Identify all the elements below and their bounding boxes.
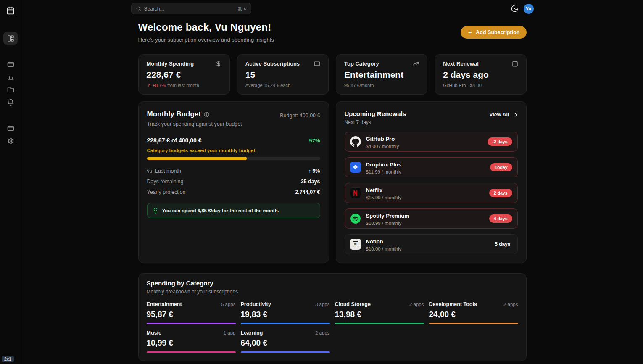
budget-progress-fill: [147, 157, 247, 160]
grid-size-badge: 2x1: [2, 356, 14, 362]
category-cell-development-tools: Development Tools2 apps 24,00 €: [429, 301, 518, 324]
budget-tip-banner: You can spend 6,85 €/day for the rest of…: [147, 203, 320, 218]
renewal-item-github-pro[interactable]: GitHub Pro $4.00 / monthly -2 days: [345, 132, 518, 152]
stat-value: Entertainment: [344, 70, 419, 80]
budget-percent: 57%: [309, 137, 320, 144]
renewal-price: $10.99 / monthly: [366, 221, 484, 226]
sidebar-item-dashboard[interactable]: [3, 32, 18, 45]
dashboard-icon: [7, 35, 14, 42]
renewal-name: Notion: [366, 238, 383, 245]
renewal-price: $10.00 / monthly: [366, 246, 485, 251]
bell-icon: [7, 99, 14, 106]
renewal-badge: Today: [490, 163, 512, 171]
topbar-actions: Vu: [511, 4, 534, 14]
sidebar-item-billing[interactable]: [3, 122, 18, 134]
monthly-budget-card: Monthly Budget Track your spending again…: [138, 101, 329, 263]
renewals-list: GitHub Pro $4.00 / monthly -2 days ❖ Dro…: [345, 132, 518, 254]
category-cell-music: Music1 app 10,99 €: [147, 330, 236, 353]
stat-subtext: 95,87 €/month: [344, 83, 419, 88]
credit-card-icon: [7, 61, 14, 68]
renewal-item-notion[interactable]: N Notion $10.00 / monthly 5 days: [345, 234, 518, 254]
arrow-right-icon: [512, 112, 518, 118]
arrow-up-glyph: ↑: [308, 168, 311, 174]
renewal-badge: 5 days: [490, 240, 512, 249]
sidebar-item-subscriptions[interactable]: [3, 58, 18, 70]
netflix-icon: N: [350, 187, 361, 198]
renewal-item-dropbox-plus[interactable]: ❖ Dropbox Plus $11.99 / monthly Today: [345, 157, 518, 177]
sidebar-item-analytics[interactable]: [3, 71, 18, 83]
lightbulb-icon: [153, 208, 158, 214]
renewal-price: $15.99 / monthly: [366, 195, 484, 200]
sidebar: [0, 0, 21, 364]
main-content: ⌘K Vu Welcome back, Vu Nguyen! Here's yo…: [21, 0, 643, 364]
renewal-badge: -2 days: [488, 137, 512, 146]
info-icon[interactable]: [204, 112, 209, 117]
page-subtitle: Here's your subscription overview and sp…: [138, 37, 274, 43]
renewals-subtitle: Next 7 days: [345, 119, 406, 125]
stat-label: Top Category: [344, 61, 379, 67]
renewal-name: Spotify Premium: [366, 213, 409, 219]
stat-subtext: Average 15,24 € each: [245, 83, 320, 88]
renewal-price: $11.99 / monthly: [366, 169, 485, 174]
category-bar: [241, 351, 330, 353]
stat-label: Next Renewal: [443, 61, 479, 67]
budget-row-yearly-projection: Yearly projection 2.744,07 €: [147, 187, 320, 197]
notion-icon: N: [350, 239, 361, 250]
sidebar-item-notifications[interactable]: [3, 96, 18, 108]
spotify-icon: [350, 213, 361, 224]
upcoming-renewals-card: Upcoming Renewals Next 7 days View All: [336, 101, 527, 263]
budget-title: Monthly Budget: [147, 110, 201, 119]
stat-value: 15: [245, 70, 320, 80]
add-subscription-button[interactable]: Add Subscription: [461, 26, 526, 39]
trending-up-icon: [413, 61, 419, 67]
category-bar: [241, 323, 330, 324]
renewal-price: $4.00 / monthly: [366, 144, 483, 149]
wallet-card-icon: [7, 125, 14, 132]
stat-value: 2 days ago: [443, 70, 518, 80]
renewal-item-netflix[interactable]: N Netflix $15.99 / monthly 2 days: [345, 183, 518, 203]
budget-tip-text: You can spend 6,85 €/day for the rest of…: [162, 208, 279, 213]
stat-subtext: GitHub Pro - $4.00: [443, 83, 518, 88]
category-grid: Entertainment5 apps 95,87 € Productivity…: [147, 301, 518, 353]
github-icon: [350, 136, 361, 147]
credit-card-icon: [314, 61, 320, 67]
stat-card-top-category: Top Category Entertainment 95,87 €/month: [336, 54, 427, 95]
topbar: ⌘K Vu: [131, 3, 534, 14]
folder-icon: [7, 86, 14, 93]
app-logo-calendar-icon[interactable]: [3, 4, 18, 17]
user-avatar[interactable]: Vu: [524, 4, 534, 14]
theme-toggle-button[interactable]: [511, 5, 519, 13]
page-title: Welcome back, Vu Nguyen!: [138, 21, 274, 33]
renewal-badge: 4 days: [489, 214, 512, 223]
view-all-button[interactable]: View All: [489, 112, 517, 118]
bar-chart-icon: [7, 74, 14, 81]
stat-card-monthly-spending: Monthly Spending 228,67 € +8.7% from las…: [138, 54, 230, 95]
budget-spent-line: 228,67 € of 400,00 €: [147, 137, 202, 144]
budget-amount-label: Budget: 400,00 €: [280, 113, 320, 119]
category-bar: [147, 323, 236, 324]
sidebar-item-folders[interactable]: [3, 84, 18, 95]
search-input[interactable]: [144, 6, 235, 12]
renewal-item-spotify-premium[interactable]: Spotify Premium $10.99 / monthly 4 days: [345, 208, 518, 229]
category-cell-cloud-storage: Cloud Storage2 apps 13,98 €: [335, 301, 424, 324]
calendar-icon: [512, 61, 518, 67]
plus-icon: [467, 30, 473, 35]
sidebar-nav-group: [3, 58, 18, 108]
renewal-name: Dropbox Plus: [366, 161, 402, 168]
category-cell-productivity: Productivity3 apps 19,83 €: [241, 301, 330, 324]
stat-subtext: +8.7% from last month: [147, 83, 221, 88]
renewals-title: Upcoming Renewals: [345, 110, 406, 117]
categories-subtitle: Monthly breakdown of your subscriptions: [147, 289, 518, 295]
stat-card-active-subscriptions: Active Subscriptions 15 Average 15,24 € …: [237, 54, 329, 95]
search-bar[interactable]: ⌘K: [131, 3, 251, 14]
dropbox-icon: ❖: [350, 162, 361, 173]
category-cell-learning: Learning2 apps 64,00 €: [241, 330, 330, 353]
sidebar-item-settings[interactable]: [3, 135, 18, 147]
stat-label: Monthly Spending: [147, 61, 194, 67]
stat-label: Active Subscriptions: [245, 61, 300, 67]
stat-value: 228,67 €: [147, 70, 221, 80]
sidebar-bottom-group: [3, 122, 18, 147]
search-icon: [136, 6, 141, 11]
spending-by-category-card: Spending by Category Monthly breakdown o…: [138, 273, 527, 361]
budget-progress-track: [147, 157, 320, 160]
